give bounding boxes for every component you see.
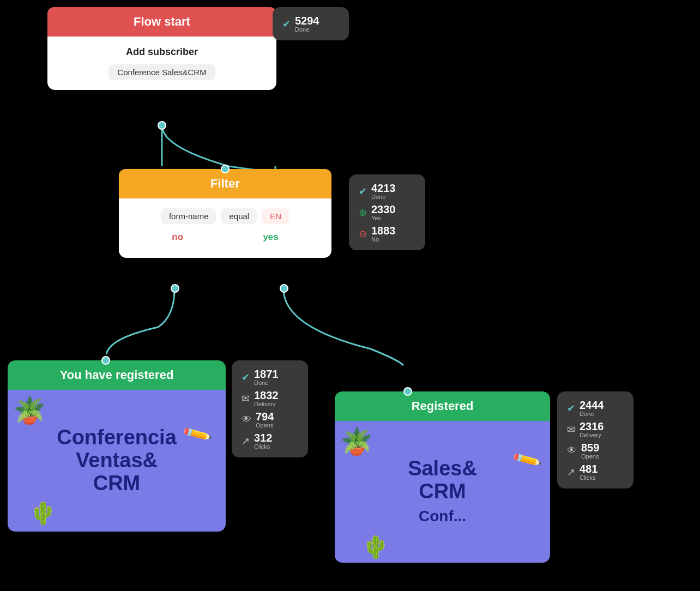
yes-clicks-icon: ↗: [567, 466, 575, 478]
filter-stats: ✔ 4213 Done ⊕ 2330 Yes ⊖ 1883 No: [349, 174, 425, 250]
dot-filter-top: [221, 165, 230, 173]
dot-email-yes-top: [403, 387, 412, 396]
yes-opens-icon: 👁: [567, 445, 577, 456]
filter-node: Filter form-name equal EN no yes: [119, 169, 331, 258]
flow-start-node: Flow start Add subscriber Conference Sal…: [47, 7, 276, 90]
yes-clicks-label: Clicks: [580, 474, 598, 481]
yes-opens-label: Opens: [581, 453, 599, 460]
no-clicks-count: 312: [254, 432, 272, 444]
flow-start-stats: ✔ 5294 Done: [273, 7, 349, 40]
email-yes-stats: ✔ 2444 Done ✉ 2316 Delivery 👁 859 Opens …: [557, 391, 633, 489]
dot-email-no-top: [101, 356, 110, 365]
flow-start-tag: Conference Sales&CRM: [108, 64, 215, 80]
no-delivery-count: 1832: [254, 389, 279, 402]
yes-done-count: 2444: [580, 399, 604, 412]
yes-delivery-icon: ✉: [567, 424, 575, 436]
filter-no-count: 1883: [371, 225, 396, 237]
no-delivery-icon: ✉: [242, 393, 250, 405]
filter-done-count: 4213: [371, 182, 396, 195]
filter-header: Filter: [119, 169, 331, 198]
filter-no-label: No: [371, 236, 396, 243]
filter-done-icon: ✔: [359, 185, 367, 197]
yes-done-label: Done: [580, 411, 604, 417]
email-no-text: ConferenciaVentas&CRM: [51, 421, 182, 500]
email-no-stats: ✔ 1871 Done ✉ 1832 Delivery 👁 794 Opens …: [232, 360, 308, 457]
filter-done-label: Done: [371, 194, 396, 200]
no-opens-count: 794: [256, 411, 274, 423]
email-no-header: You have registered: [8, 360, 226, 390]
email-yes-text: Sales&CRMConf...: [402, 452, 482, 531]
no-done-count: 1871: [254, 368, 279, 381]
email-yes-preview: 🪴 ✏️ 🌵 Sales&CRMConf...: [335, 421, 550, 563]
filter-tag1: form-name: [161, 208, 216, 224]
dot-flow-start-bottom: [158, 121, 166, 130]
filter-no-icon: ⊖: [359, 228, 367, 240]
no-opens-icon: 👁: [242, 414, 251, 425]
yes-delivery-label: Delivery: [580, 432, 604, 438]
filter-label-yes: yes: [263, 232, 278, 243]
email-yes-node: Registered 🪴 ✏️ 🌵 Sales&CRMConf...: [335, 391, 550, 563]
start-done-count: 5294: [295, 15, 319, 27]
filter-tag2: equal: [221, 208, 257, 224]
no-done-label: Done: [254, 379, 279, 386]
flow-start-subtitle: Add subscriber: [61, 46, 263, 58]
done-icon: ✔: [282, 18, 291, 30]
yes-opens-count: 859: [581, 442, 599, 454]
filter-yes-icon: ⊕: [359, 207, 367, 219]
dot-filter-yes: [280, 284, 288, 293]
flow-start-header: Flow start: [47, 7, 276, 37]
email-yes-header: Registered: [335, 391, 550, 421]
filter-tag3: EN: [262, 208, 289, 224]
no-clicks-label: Clicks: [254, 443, 272, 450]
no-clicks-icon: ↗: [242, 435, 250, 447]
no-done-icon: ✔: [242, 371, 250, 383]
filter-yes-label: Yes: [371, 215, 396, 221]
dot-filter-no: [171, 284, 179, 293]
yes-delivery-count: 2316: [580, 420, 604, 433]
filter-label-no: no: [172, 232, 183, 243]
filter-yes-count: 2330: [371, 203, 396, 216]
no-delivery-label: Delivery: [254, 401, 279, 407]
no-opens-label: Opens: [256, 422, 274, 429]
email-no-preview: 🪴 ✏️ 🌵 ConferenciaVentas&CRM: [8, 390, 226, 532]
start-done-label: Done: [295, 26, 319, 33]
email-no-node: You have registered 🪴 ✏️ 🌵 ConferenciaVe…: [8, 360, 226, 532]
yes-done-icon: ✔: [567, 402, 575, 414]
yes-clicks-count: 481: [580, 463, 598, 475]
